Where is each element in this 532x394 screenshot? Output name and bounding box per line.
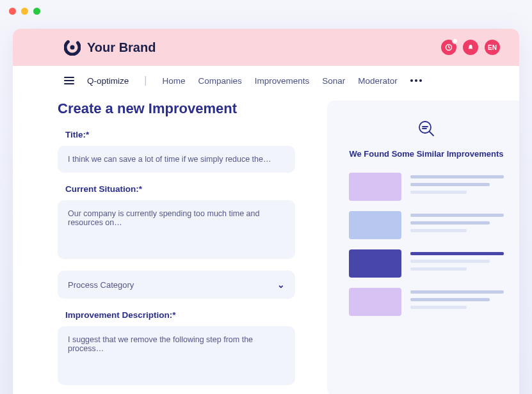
more-menu-icon[interactable]: [410, 79, 422, 82]
svg-point-1: [70, 45, 75, 50]
clock-icon: [445, 43, 453, 51]
nav-home[interactable]: Home: [162, 76, 185, 86]
banner-actions: EN: [441, 40, 500, 55]
category-placeholder: Process Category: [68, 280, 134, 290]
nav-moderator[interactable]: Moderator: [358, 76, 398, 86]
category-select[interactable]: Process Category ⌄: [58, 271, 295, 299]
brand-logo-icon: [64, 39, 81, 56]
similar-lines: [410, 249, 504, 278]
nav-bar: Q-optimize | Home Companies Improvements…: [13, 66, 519, 95]
situation-label: Current Situation:*: [65, 184, 295, 194]
similar-item[interactable]: [349, 173, 504, 201]
chevron-down-icon: ⌄: [277, 280, 285, 290]
hamburger-menu-icon[interactable]: [64, 77, 74, 84]
nav-sonar[interactable]: Sonar: [322, 76, 345, 86]
top-banner: Your Brand EN: [13, 29, 519, 66]
title-input[interactable]: I think we can save a lot of time if we …: [58, 146, 295, 173]
similar-heading: We Found Some Similar Improvements: [349, 149, 503, 159]
similar-thumb: [349, 288, 401, 316]
timer-button[interactable]: [441, 40, 456, 55]
similar-thumb: [349, 249, 401, 278]
svg-point-3: [419, 122, 431, 133]
similar-thumb: [349, 211, 401, 239]
maximize-window-icon[interactable]: [33, 8, 40, 15]
similar-lines: [410, 288, 504, 316]
app-window: Your Brand EN Q-optimize | Home Companie…: [13, 29, 519, 394]
close-window-icon[interactable]: [9, 8, 16, 15]
description-label: Improvement Description:*: [65, 310, 295, 320]
svg-line-6: [430, 132, 433, 136]
nav-improvements[interactable]: Improvements: [255, 76, 310, 86]
similar-thumb: [349, 173, 401, 201]
similar-item[interactable]: [349, 249, 504, 278]
title-label: Title:*: [65, 130, 295, 139]
similar-lines: [410, 173, 504, 201]
description-input[interactable]: I suggest that we remove the following s…: [58, 326, 295, 385]
search-icon: [416, 118, 437, 141]
form-column: Create a new Improvement Title:* I think…: [58, 100, 295, 394]
nav-divider: |: [144, 75, 147, 86]
app-label: Q-optimize: [87, 76, 129, 86]
similar-panel: We Found Some Similar Improvements: [327, 100, 519, 394]
page-title: Create a new Improvement: [58, 100, 295, 117]
minimize-window-icon[interactable]: [21, 8, 28, 15]
brand-name: Your Brand: [87, 40, 156, 55]
situation-input[interactable]: Our company is currently spending too mu…: [58, 200, 295, 259]
language-button[interactable]: EN: [485, 40, 500, 55]
similar-item[interactable]: [349, 288, 504, 316]
language-label: EN: [488, 44, 497, 51]
timer-badge: [452, 38, 458, 44]
main-content: Create a new Improvement Title:* I think…: [13, 95, 519, 394]
similar-lines: [410, 211, 504, 239]
nav-companies[interactable]: Companies: [198, 76, 241, 86]
brand: Your Brand: [64, 39, 156, 56]
similar-item[interactable]: [349, 211, 504, 239]
window-traffic-lights: [0, 0, 532, 22]
notifications-button[interactable]: [463, 40, 478, 55]
bell-icon: [467, 44, 474, 51]
